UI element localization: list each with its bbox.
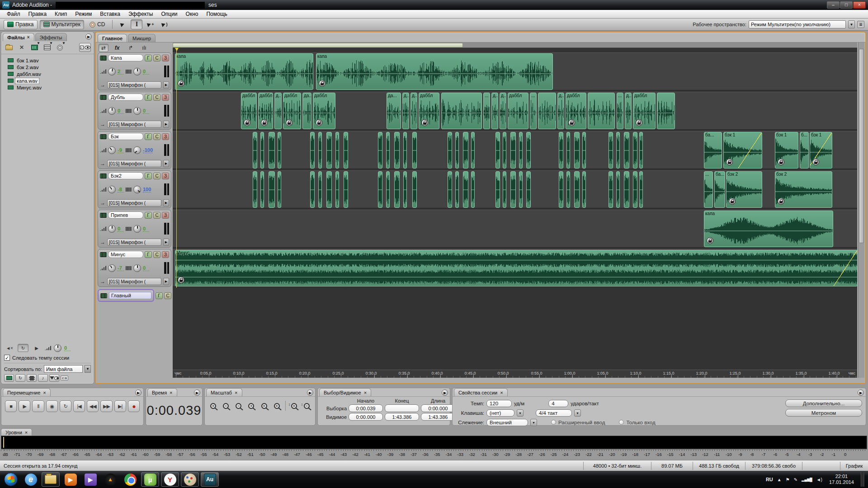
- audio-clip-strip[interactable]: [633, 132, 637, 169]
- mute-button[interactable]: З: [162, 251, 169, 258]
- zoom-selection-right-button[interactable]: +: [271, 400, 283, 411]
- transport-play-from-cursor-button[interactable]: ◉: [46, 400, 58, 412]
- cda-icon[interactable]: c:a: [61, 375, 68, 380]
- meter-select[interactable]: 4/4 такт: [536, 409, 572, 417]
- mute-button[interactable]: З: [162, 173, 169, 179]
- audio-clip-strip[interactable]: [463, 171, 468, 208]
- audio-clip-strip[interactable]: [582, 132, 586, 169]
- audio-clip-strip[interactable]: [335, 132, 339, 169]
- zoom-selection-left-button[interactable]: +: [259, 400, 270, 411]
- audio-clip-strip[interactable]: [616, 171, 620, 208]
- menu-item[interactable]: Помощь: [202, 10, 231, 18]
- multitrack-view-button[interactable]: Мультитрек: [40, 20, 84, 29]
- audio-clip[interactable]: да...: [302, 93, 311, 129]
- transport-loop-play-button[interactable]: ↻: [60, 400, 71, 412]
- track-name[interactable]: Минус: [108, 251, 143, 258]
- volume-knob[interactable]: [108, 225, 116, 233]
- zoom-out-horizontal-button[interactable]: −: [220, 400, 231, 411]
- input-select[interactable]: [01S] Микрофон (: [107, 160, 161, 167]
- input-expand-icon[interactable]: ▶: [163, 81, 169, 89]
- transport-rewind-button[interactable]: ◀◀: [87, 400, 99, 412]
- pan-knob[interactable]: [133, 186, 141, 193]
- input-expand-icon[interactable]: ▶: [163, 199, 169, 206]
- audio-clip[interactable]: [588, 93, 615, 129]
- track-lane[interactable]: капа: [173, 210, 857, 248]
- mute-button[interactable]: З: [162, 133, 169, 140]
- audio-clip-strip[interactable]: [278, 171, 281, 208]
- audio-clip-strip[interactable]: [412, 132, 417, 169]
- master-solo-button[interactable]: Г: [156, 292, 163, 299]
- audio-clip-strip[interactable]: [386, 171, 390, 208]
- audio-clip[interactable]: да...: [387, 93, 401, 129]
- transport-go-to-start-button[interactable]: |◀: [73, 400, 85, 412]
- audio-clip-strip[interactable]: [463, 132, 468, 169]
- record-arm-button[interactable]: Г: [145, 94, 152, 101]
- taskbar-utorrent[interactable]: µ: [141, 472, 159, 487]
- transport-play-button[interactable]: ▶: [19, 400, 30, 412]
- audio-clip[interactable]: даббл: [566, 93, 586, 129]
- input-only-radio[interactable]: [619, 420, 624, 425]
- filter-video-button[interactable]: [27, 374, 37, 382]
- move-tool[interactable]: [117, 19, 128, 29]
- audio-clip-strip[interactable]: [403, 171, 407, 208]
- panel-menu-icon[interactable]: ▶: [135, 389, 142, 396]
- volume-knob[interactable]: [108, 264, 116, 272]
- menu-item[interactable]: Эффекты: [124, 10, 157, 18]
- audio-clip[interactable]: даббл: [508, 93, 528, 129]
- audio-clip-strip[interactable]: [616, 132, 620, 169]
- solo-button[interactable]: С: [153, 55, 160, 61]
- track-lane[interactable]: дабблдабблд...дабблда...дабблда...д...д.…: [173, 92, 857, 130]
- menu-item[interactable]: Вставка: [96, 10, 124, 18]
- audio-clip-strip[interactable]: [269, 132, 275, 169]
- clock[interactable]: 22:01 17.01.2014: [826, 474, 857, 485]
- pan-knob[interactable]: [133, 225, 141, 233]
- audio-clip-strip[interactable]: [574, 171, 580, 208]
- workspace-select[interactable]: Режим Мультитрек(по умолчанию): [749, 20, 846, 28]
- audio-clip-strip[interactable]: [278, 132, 281, 169]
- taskbar-yandex-browser[interactable]: Y: [161, 472, 179, 487]
- edit-view-button[interactable]: Правка: [4, 20, 38, 29]
- taskbar-daemon-tools[interactable]: ▲: [101, 472, 119, 487]
- audio-clip-strip[interactable]: [559, 132, 563, 169]
- audio-clip-strip[interactable]: [253, 171, 257, 208]
- solo-button[interactable]: С: [153, 133, 160, 140]
- audio-clip-strip[interactable]: [253, 132, 257, 169]
- filter-funnel-button[interactable]: [49, 374, 59, 382]
- audio-clip[interactable]: д...: [491, 93, 498, 129]
- audio-clip-strip[interactable]: [412, 171, 417, 208]
- menu-item[interactable]: Правка: [24, 10, 51, 18]
- audio-clip[interactable]: капа: [316, 53, 553, 90]
- input-select[interactable]: [01S] Микрофон (: [107, 278, 161, 285]
- zoom-out-vertical-button[interactable]: −: [301, 400, 312, 411]
- file-row[interactable]: Минус.wav: [8, 84, 93, 91]
- record-arm-button[interactable]: Г: [145, 55, 152, 61]
- menu-item[interactable]: Режим: [71, 10, 96, 18]
- sort-dropdown-button[interactable]: ▼: [85, 365, 91, 373]
- audio-clip-strip[interactable]: [394, 132, 400, 169]
- pan-knob[interactable]: [133, 264, 141, 272]
- network-icon[interactable]: ▂▄▆█: [802, 478, 812, 482]
- audio-clip[interactable]: даббл: [313, 93, 335, 129]
- selection-start-field[interactable]: 0:00.039: [349, 404, 383, 412]
- master-track-name[interactable]: Главный: [109, 292, 151, 299]
- tab-effects[interactable]: Эффекты: [35, 33, 67, 41]
- preview-play-button[interactable]: ▶: [31, 344, 42, 352]
- audio-clip[interactable]: [657, 93, 675, 129]
- menu-item[interactable]: Файл: [3, 10, 24, 18]
- audio-clip-strip[interactable]: [448, 171, 452, 208]
- taskbar-paint[interactable]: [181, 472, 199, 487]
- panel-menu-icon[interactable]: ▶: [442, 389, 448, 396]
- audio-clip-strip[interactable]: [510, 171, 516, 208]
- view-end-field[interactable]: 1:43.386: [385, 413, 419, 421]
- preview-volume-knob[interactable]: [54, 344, 61, 352]
- audio-clip-strip[interactable]: [503, 132, 506, 169]
- transport-go-to-end-button[interactable]: ▶|: [114, 400, 126, 412]
- filter-audio-button[interactable]: [4, 374, 14, 382]
- advanced-options-toggle[interactable]: ✓: [79, 43, 91, 52]
- audio-clip-strip[interactable]: [526, 171, 531, 208]
- time-tab[interactable]: Время×: [147, 388, 177, 396]
- edit-original-button[interactable]: ▼: [55, 43, 65, 52]
- panel-menu-icon[interactable]: ▶: [858, 389, 864, 396]
- tab-mixer[interactable]: Микшер: [128, 34, 156, 42]
- audio-clip-strip[interactable]: [318, 171, 322, 208]
